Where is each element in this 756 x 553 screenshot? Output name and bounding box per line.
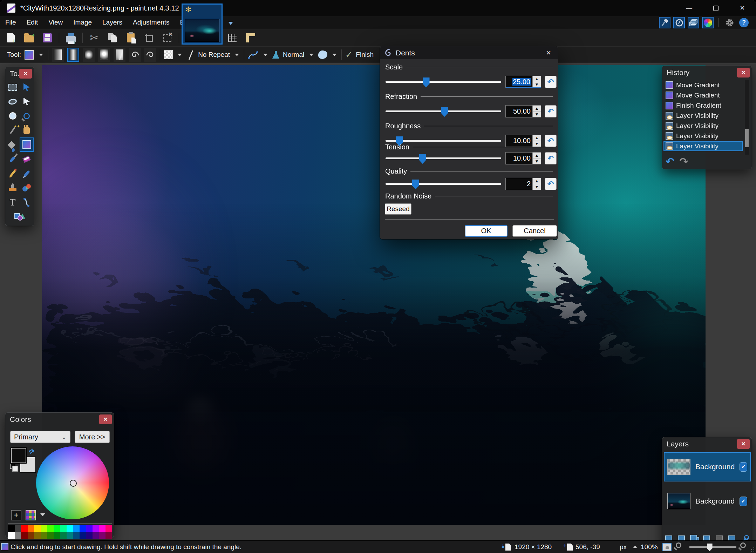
palette-swatch[interactable] (8, 525, 15, 532)
help-button[interactable]: ? (738, 17, 750, 28)
tool-lasso-select[interactable] (6, 94, 20, 109)
colors-window-toggle[interactable] (702, 17, 714, 28)
quality-spinner[interactable]: ▲▼ (532, 178, 541, 190)
layer-visibility-checkbox[interactable]: ✔ (740, 462, 747, 472)
gradient-spiral-ccw-button[interactable] (144, 48, 156, 62)
zoom-slider[interactable] (689, 546, 736, 548)
cancel-button[interactable]: Cancel (512, 225, 557, 237)
tool-recolor[interactable]: ➤ (20, 181, 34, 195)
palette-swatch[interactable] (54, 525, 60, 532)
save-button[interactable] (41, 31, 54, 45)
gradient-diamond-button[interactable] (83, 48, 95, 62)
tool-magic-wand[interactable] (6, 123, 20, 137)
tool-line-curve[interactable] (20, 195, 34, 209)
menu-file[interactable]: File (0, 17, 21, 28)
zoom-out-button[interactable] (676, 542, 681, 548)
layers-panel-close-button[interactable]: ✕ (737, 439, 750, 449)
history-item[interactable]: Move Gradient (663, 80, 743, 90)
history-panel-close-button[interactable]: ✕ (737, 68, 750, 77)
current-tool-icon[interactable] (25, 50, 34, 60)
zoom-level-value[interactable]: 100% (641, 543, 658, 551)
dialog-close-button[interactable]: ✕ (542, 48, 555, 58)
settings-button[interactable] (724, 17, 735, 28)
tool-zoom[interactable] (20, 109, 34, 123)
zoom-slider-thumb[interactable] (707, 544, 713, 551)
tool-shapes[interactable] (13, 209, 27, 224)
minimize-button[interactable]: — (684, 3, 694, 13)
gradient-radial-button[interactable] (98, 48, 110, 62)
tool-dropdown-arrow[interactable] (39, 54, 43, 56)
gradient-spiral-cw-button[interactable] (129, 48, 141, 62)
tool-pencil[interactable] (6, 166, 20, 181)
menu-edit[interactable]: Edit (21, 17, 43, 28)
antialias-dropdown-arrow[interactable] (263, 54, 267, 56)
tool-move-selection[interactable] (20, 94, 34, 109)
refraction-input[interactable]: 50.00▲▼ (505, 105, 541, 117)
palette-swatch[interactable] (41, 525, 47, 532)
palette-swatch[interactable] (67, 525, 73, 532)
paste-button[interactable] (124, 31, 137, 45)
palette-swatch[interactable] (86, 532, 93, 539)
palette-swatch[interactable] (80, 532, 86, 539)
tension-slider[interactable] (386, 157, 501, 159)
fill-style-swatch[interactable] (164, 50, 173, 59)
palette-swatch[interactable] (15, 532, 21, 539)
menu-view[interactable]: View (43, 17, 68, 28)
menu-layers[interactable]: Layers (97, 17, 128, 28)
title-bar[interactable]: *CityWith1920x1280Resizing.png - paint.n… (0, 0, 756, 16)
dialog-title-bar[interactable]: Dents (380, 46, 558, 59)
menu-adjustments[interactable]: Adjustments (128, 17, 175, 28)
palette-swatch[interactable] (105, 525, 112, 532)
tool-pan[interactable] (20, 123, 34, 137)
more-button[interactable]: More >> (75, 431, 110, 443)
tool-eraser[interactable] (20, 152, 34, 166)
canvas[interactable] (42, 65, 706, 525)
color-mode-select[interactable]: Primary (10, 431, 70, 443)
tool-text[interactable]: T (6, 195, 20, 209)
repeat-mode-dropdown-arrow[interactable] (235, 54, 239, 56)
palette-swatch[interactable] (47, 532, 54, 539)
palette-swatch[interactable] (105, 532, 112, 539)
quality-input[interactable]: 2▲▼ (505, 178, 541, 190)
close-button[interactable]: ✕ (737, 3, 748, 13)
palette-menu-button[interactable] (26, 510, 36, 520)
grid-toggle-button[interactable] (226, 31, 239, 45)
ruler-toggle-button[interactable] (244, 31, 257, 45)
history-redo-icon[interactable]: ↷ (679, 156, 688, 167)
scale-slider-thumb[interactable] (423, 77, 430, 87)
fill-style-dropdown-arrow[interactable] (178, 54, 182, 56)
maximize-button[interactable] (710, 3, 721, 13)
history-item[interactable]: Finish Gradient (663, 100, 743, 110)
tool-rectangle-select[interactable] (6, 80, 20, 94)
tools-window-toggle[interactable] (659, 17, 670, 28)
palette-swatch[interactable] (99, 532, 105, 539)
refraction-spinner[interactable]: ▲▼ (532, 106, 541, 117)
palette-swatch[interactable] (41, 532, 47, 539)
layer-row-selected[interactable]: Background ✔ (664, 452, 751, 481)
palette-swatch[interactable] (86, 525, 93, 532)
palette-swatch[interactable] (28, 525, 34, 532)
scale-slider[interactable] (386, 81, 501, 83)
tension-spinner[interactable]: ▲▼ (532, 153, 541, 164)
color-wheel-selector[interactable] (70, 480, 77, 487)
history-scrollbar-thumb[interactable] (745, 129, 749, 147)
color-wheel[interactable] (36, 446, 109, 519)
palette-swatch[interactable] (8, 532, 15, 539)
tension-reset-button[interactable]: ↶ (545, 152, 557, 164)
refraction-slider-thumb[interactable] (441, 107, 448, 117)
history-undo-icon[interactable]: ↶ (666, 156, 674, 167)
tension-input[interactable]: 10.00▲▼ (505, 152, 541, 164)
finish-button[interactable]: Finish (356, 51, 374, 59)
palette-swatch[interactable] (67, 532, 73, 539)
scale-input[interactable]: 25.00▲▼ (505, 76, 541, 88)
palette-swatch[interactable] (54, 532, 60, 539)
palette-swatch[interactable] (15, 525, 21, 532)
menu-image[interactable]: Image (68, 17, 97, 28)
palette-dropdown-arrow[interactable] (40, 513, 45, 516)
repeat-mode-value[interactable]: No Repeat (198, 51, 230, 59)
print-button[interactable] (64, 31, 77, 45)
blend-mode-dropdown-arrow[interactable] (309, 54, 313, 56)
add-color-button[interactable]: + (11, 510, 21, 520)
gradient-linear-reflected-button[interactable] (67, 48, 79, 62)
tools-panel-close-button[interactable]: ✕ (19, 69, 32, 79)
